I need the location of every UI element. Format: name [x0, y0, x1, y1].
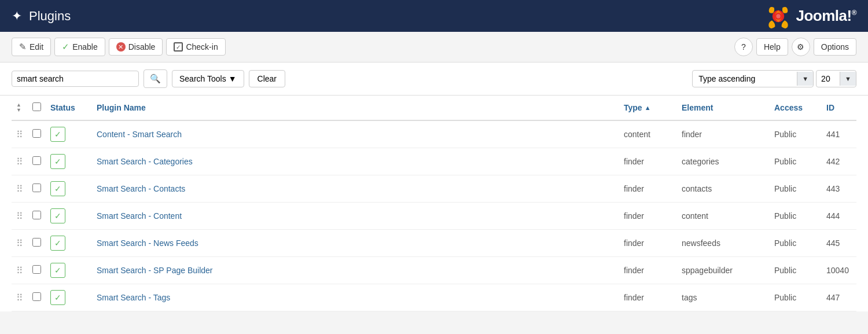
- element-sort-link[interactable]: Element: [682, 103, 765, 112]
- help-icon-button[interactable]: ?: [734, 38, 753, 56]
- access-cell: Public: [770, 148, 822, 175]
- element-cell: content: [677, 203, 770, 230]
- table-row: ⠿ ✓ Smart Search - Content finder conten…: [12, 203, 856, 230]
- access-value: Public: [774, 266, 796, 275]
- status-enabled-icon[interactable]: ✓: [50, 263, 65, 278]
- drag-cell: ⠿: [12, 120, 28, 148]
- table-header-row: ▲▼ Status Plugin Name Type ▲: [12, 96, 856, 120]
- row-checkbox[interactable]: [32, 129, 41, 138]
- options-label: Options: [821, 42, 849, 52]
- plugins-table-container: ▲▼ Status Plugin Name Type ▲: [0, 96, 868, 311]
- plugins-icon: ✦: [12, 9, 22, 24]
- options-gear-button[interactable]: ⚙: [792, 38, 810, 56]
- help-button[interactable]: Help: [756, 38, 788, 56]
- sort-select[interactable]: Type ascending Type descending Name asce…: [693, 71, 797, 87]
- select-all-checkbox[interactable]: [32, 102, 41, 111]
- search-button[interactable]: 🔍: [144, 69, 167, 88]
- th-name: Plugin Name: [92, 96, 619, 120]
- check-cell: [28, 257, 46, 284]
- checkin-icon: ✓: [174, 42, 183, 52]
- drag-handle-icon[interactable]: ⠿: [16, 292, 23, 303]
- type-sort-link[interactable]: Type ▲: [624, 103, 672, 112]
- access-sort-link[interactable]: Access: [774, 103, 817, 112]
- drag-handle-icon[interactable]: ⠿: [16, 183, 23, 194]
- plugin-name-link[interactable]: Smart Search - Content: [97, 211, 182, 221]
- sort-caret-icon: ▼: [797, 72, 813, 86]
- enable-button[interactable]: ✓ Enable: [54, 38, 105, 56]
- search-input[interactable]: [17, 74, 134, 83]
- drag-handle-icon[interactable]: ⠿: [16, 129, 23, 140]
- check-cell: [28, 120, 46, 148]
- table-row: ⠿ ✓ Smart Search - SP Page Builder finde…: [12, 257, 856, 284]
- access-value: Public: [774, 130, 796, 139]
- plugin-name-link[interactable]: Content - Smart Search: [97, 130, 182, 139]
- checkin-button[interactable]: ✓ Check-in: [166, 38, 225, 56]
- row-checkbox[interactable]: [32, 292, 41, 301]
- options-button[interactable]: Options: [814, 38, 856, 56]
- type-value: finder: [624, 238, 644, 248]
- type-value: content: [624, 130, 650, 139]
- access-value: Public: [774, 293, 796, 302]
- edit-label: Edit: [30, 42, 43, 52]
- drag-handle-icon[interactable]: ⠿: [16, 211, 23, 222]
- row-checkbox[interactable]: [32, 211, 41, 219]
- status-cell: ✓: [46, 230, 92, 257]
- row-checkbox[interactable]: [32, 265, 41, 274]
- drag-handle-icon[interactable]: ⠿: [16, 265, 23, 276]
- status-enabled-icon[interactable]: ✓: [50, 181, 65, 196]
- type-cell: finder: [619, 257, 677, 284]
- per-page-select[interactable]: 20 50 100: [816, 71, 840, 87]
- id-sort-link[interactable]: ID: [826, 103, 852, 112]
- type-value: finder: [624, 157, 644, 166]
- id-cell: 447: [822, 284, 856, 311]
- name-header-label: Plugin Name: [97, 103, 146, 112]
- row-checkbox[interactable]: [32, 238, 41, 247]
- status-enabled-icon[interactable]: ✓: [50, 236, 65, 251]
- order-arrows[interactable]: ▲▼: [16, 102, 23, 113]
- table-row: ⠿ ✓ Smart Search - News Feeds finder new…: [12, 230, 856, 257]
- th-id: ID: [822, 96, 856, 120]
- search-tools-button[interactable]: Search Tools ▼: [172, 70, 244, 87]
- plugin-name-link[interactable]: Smart Search - SP Page Builder: [97, 266, 213, 275]
- status-enabled-icon[interactable]: ✓: [50, 290, 65, 305]
- drag-handle-icon[interactable]: ⠿: [16, 238, 23, 249]
- status-enabled-icon[interactable]: ✓: [50, 127, 65, 142]
- status-cell: ✓: [46, 175, 92, 203]
- element-value: content: [682, 211, 708, 221]
- th-type: Type ▲: [619, 96, 677, 120]
- row-checkbox[interactable]: [32, 156, 41, 165]
- element-value: sppagebuilder: [682, 266, 733, 275]
- clear-label: Clear: [258, 74, 277, 83]
- drag-cell: ⠿: [12, 148, 28, 175]
- edit-button[interactable]: ✎ Edit: [12, 38, 51, 56]
- id-cell: 441: [822, 120, 856, 148]
- element-header-label: Element: [682, 103, 713, 112]
- status-enabled-icon[interactable]: ✓: [50, 154, 65, 169]
- type-value: finder: [624, 184, 644, 193]
- name-cell: Smart Search - News Feeds: [92, 230, 619, 257]
- disable-label: Disable: [128, 42, 156, 52]
- plugin-name-link[interactable]: Smart Search - Categories: [97, 157, 193, 166]
- clear-button[interactable]: Clear: [249, 70, 285, 87]
- plugin-name-link[interactable]: Smart Search - Contacts: [97, 184, 185, 193]
- joomla-logo: Joomla!®: [766, 3, 856, 29]
- type-cell: content: [619, 120, 677, 148]
- disable-button[interactable]: ✕ Disable: [109, 38, 163, 56]
- status-enabled-icon[interactable]: ✓: [50, 208, 65, 223]
- table-row: ⠿ ✓ Smart Search - Contacts finder conta…: [12, 175, 856, 203]
- id-value: 10040: [826, 266, 849, 275]
- check-cell: [28, 203, 46, 230]
- table-row: ⠿ ✓ Smart Search - Tags finder tags Publ…: [12, 284, 856, 311]
- plugin-name-link[interactable]: Smart Search - News Feeds: [97, 238, 198, 248]
- access-value: Public: [774, 211, 796, 221]
- id-value: 443: [826, 184, 840, 193]
- row-checkbox[interactable]: [32, 183, 41, 192]
- id-value: 445: [826, 238, 840, 248]
- type-cell: finder: [619, 175, 677, 203]
- plugin-name-link[interactable]: Smart Search - Tags: [97, 293, 170, 302]
- id-cell: 10040: [822, 257, 856, 284]
- sort-select-wrapper: Type ascending Type descending Name asce…: [692, 70, 814, 87]
- drag-handle-icon[interactable]: ⠿: [16, 156, 23, 167]
- table-row: ⠿ ✓ Content - Smart Search content finde…: [12, 120, 856, 148]
- access-cell: Public: [770, 203, 822, 230]
